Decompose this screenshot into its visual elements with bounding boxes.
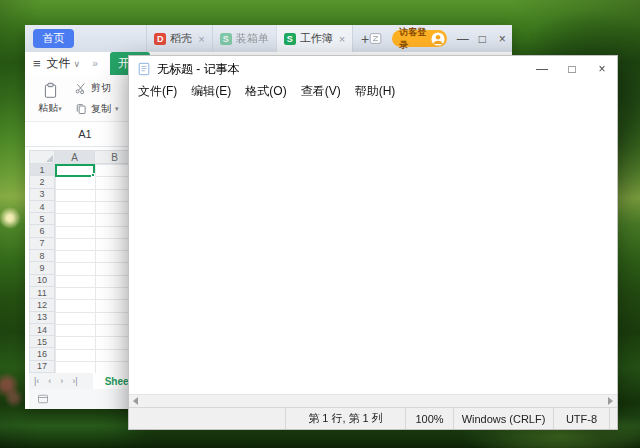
dropdown-icon: ▾	[115, 105, 119, 113]
copy-button[interactable]: 复制 ▾	[75, 100, 119, 118]
menu-view[interactable]: 查看(V)	[294, 83, 348, 100]
row-header-11[interactable]: 11	[30, 287, 54, 299]
row-headers: 1234567891011121314151617	[29, 164, 55, 373]
skin-center-icon[interactable]	[369, 32, 382, 45]
new-tab-button[interactable]: +	[361, 31, 369, 47]
paste-button[interactable]: 粘贴▾	[33, 82, 67, 115]
row-header-10[interactable]: 10	[30, 275, 54, 287]
row-header-3[interactable]: 3	[30, 189, 54, 201]
tab-doc2-label: 工作簿	[300, 31, 333, 46]
notepad-title-bar[interactable]: 无标题 - 记事本 — □ ×	[129, 56, 617, 82]
notepad-maximize-button[interactable]: □	[557, 56, 587, 82]
scroll-right-icon[interactable]	[608, 397, 613, 405]
row-header-8[interactable]: 8	[30, 250, 54, 262]
notepad-minimize-button[interactable]: —	[527, 56, 557, 82]
spreadsheet-icon: S	[284, 33, 296, 45]
status-line-ending: Windows (CRLF)	[453, 408, 553, 429]
status-encoding: UTF-8	[553, 408, 609, 429]
overflow-icon[interactable]: »	[92, 52, 98, 75]
tab-doc2[interactable]: S 工作簿 ×	[277, 25, 353, 52]
status-cursor-position: 第 1 行, 第 1 列	[285, 408, 405, 429]
row-header-13[interactable]: 13	[30, 312, 54, 324]
row-header-16[interactable]: 16	[30, 348, 54, 360]
row-header-14[interactable]: 14	[30, 324, 54, 336]
scroll-left-icon[interactable]	[133, 397, 138, 405]
close-tab-icon[interactable]: ×	[339, 33, 345, 45]
tab-docer[interactable]: D 稻壳 ×	[146, 25, 212, 52]
horizontal-scrollbar[interactable]	[129, 394, 617, 407]
docer-icon: D	[154, 33, 166, 45]
avatar	[431, 32, 445, 46]
close-tab-icon[interactable]: ×	[198, 33, 204, 45]
cut-label: 剪切	[91, 81, 111, 95]
dropdown-icon: ▾	[58, 105, 62, 112]
row-header-1[interactable]: 1	[30, 164, 54, 176]
column-header-a[interactable]: A	[55, 150, 95, 164]
desktop-wallpaper: 首页 D 稻壳 × S 装箱单 S 工作簿 × + 访客登录	[0, 0, 640, 448]
row-header-7[interactable]: 7	[30, 238, 54, 250]
status-resize-grip	[609, 408, 617, 429]
notepad-title: 无标题 - 记事本	[157, 61, 527, 78]
tab-doc1-label: 装箱单	[236, 31, 269, 46]
row-header-4[interactable]: 4	[30, 201, 54, 213]
tab-doc1[interactable]: S 装箱单	[213, 25, 277, 52]
menu-format[interactable]: 格式(O)	[238, 83, 293, 100]
tab-home[interactable]: 首页	[33, 29, 74, 48]
hamburger-menu-icon[interactable]: ≡	[33, 52, 41, 75]
scissors-icon	[75, 82, 87, 94]
notepad-status-bar: 第 1 行, 第 1 列 100% Windows (CRLF) UTF-8	[129, 407, 617, 429]
wps-tab-bar[interactable]: 首页 D 稻壳 × S 装箱单 S 工作簿 × + 访客登录	[25, 25, 512, 52]
copy-icon	[75, 103, 87, 115]
notepad-text-area[interactable]	[129, 101, 617, 394]
visitor-login-label: 访客登录	[399, 26, 428, 52]
last-sheet-icon[interactable]: ›|	[72, 376, 77, 386]
prev-sheet-icon[interactable]: ‹	[48, 376, 51, 386]
notepad-menu-bar: 文件(F) 编辑(E) 格式(O) 查看(V) 帮助(H)	[129, 82, 617, 101]
notepad-icon	[137, 62, 151, 76]
first-sheet-icon[interactable]: |‹	[34, 376, 39, 386]
paste-label: 粘贴	[38, 102, 58, 113]
row-header-2[interactable]: 2	[30, 176, 54, 188]
cell-name-box[interactable]: A1	[29, 128, 141, 140]
chevron-down-icon[interactable]: ∨	[74, 52, 81, 75]
row-header-15[interactable]: 15	[30, 336, 54, 348]
copy-label: 复制	[91, 102, 111, 116]
row-header-17[interactable]: 17	[30, 361, 54, 373]
select-all-corner[interactable]	[29, 150, 55, 164]
wps-close-button[interactable]: ×	[492, 32, 512, 46]
active-cell-a1[interactable]	[55, 164, 95, 177]
clipboard-icon	[42, 82, 59, 99]
tab-docer-label: 稻壳	[170, 31, 192, 46]
menu-file[interactable]: 文件(F)	[131, 83, 184, 100]
wps-maximize-button[interactable]: □	[473, 32, 493, 46]
wps-minimize-button[interactable]: —	[453, 32, 473, 46]
notepad-window: 无标题 - 记事本 — □ × 文件(F) 编辑(E) 格式(O) 查看(V) …	[128, 55, 618, 430]
row-header-5[interactable]: 5	[30, 213, 54, 225]
notepad-close-button[interactable]: ×	[587, 56, 617, 82]
status-zoom-level: 100%	[405, 408, 453, 429]
fill-handle[interactable]	[91, 173, 95, 177]
quick-tools-icon[interactable]	[37, 393, 49, 405]
row-header-12[interactable]: 12	[30, 299, 54, 311]
cut-button[interactable]: 剪切	[75, 79, 119, 97]
spreadsheet-icon: S	[220, 33, 232, 45]
next-sheet-icon[interactable]: ›	[60, 376, 63, 386]
row-header-6[interactable]: 6	[30, 225, 54, 237]
corner-triangle-icon	[46, 155, 53, 162]
menu-help[interactable]: 帮助(H)	[348, 83, 403, 100]
menu-edit[interactable]: 编辑(E)	[184, 83, 238, 100]
visitor-login-button[interactable]: 访客登录	[392, 30, 447, 47]
row-header-9[interactable]: 9	[30, 262, 54, 274]
file-menu[interactable]: 文件	[47, 52, 71, 75]
